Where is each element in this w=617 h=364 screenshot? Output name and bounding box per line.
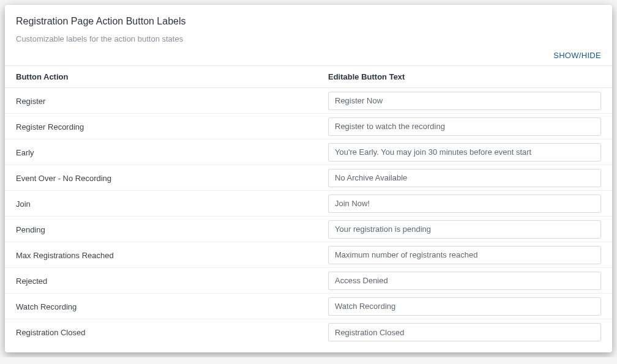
action-label: Register Recording — [16, 122, 84, 132]
button-text-input[interactable] — [328, 195, 601, 213]
table-row: Rejected — [5, 268, 612, 294]
table-row: Event Over - No Recording — [5, 165, 612, 191]
action-cell: Early — [16, 147, 328, 158]
action-cell: Watch Recording — [16, 301, 328, 312]
action-label: Watch Recording — [16, 302, 77, 311]
action-label: Register — [16, 97, 45, 106]
text-cell — [328, 169, 601, 187]
table-row: Early — [5, 139, 612, 165]
text-cell — [328, 143, 601, 162]
button-text-input[interactable] — [328, 169, 601, 187]
text-cell — [328, 323, 601, 341]
action-cell: Register Recording — [16, 121, 328, 132]
action-label: Max Registrations Reached — [16, 251, 114, 260]
table-row: Join — [5, 191, 612, 217]
text-cell — [328, 272, 601, 290]
button-text-input[interactable] — [328, 143, 601, 162]
action-cell: Join — [16, 198, 328, 209]
action-label: Pending — [16, 225, 45, 234]
action-cell: Event Over - No Recording — [16, 173, 328, 184]
table-row: Watch Recording — [5, 294, 612, 319]
text-cell — [328, 92, 601, 110]
button-text-input[interactable] — [328, 220, 601, 239]
showhide-row: SHOW/HIDE — [5, 48, 612, 65]
action-cell: Pending — [16, 224, 328, 235]
card-subtitle: Customizable labels for the action butto… — [5, 33, 612, 48]
action-label: Event Over - No Recording — [16, 174, 111, 183]
action-cell: Register — [16, 95, 328, 106]
settings-card: Registration Page Action Button Labels C… — [5, 5, 612, 352]
table-row: Max Registrations Reached — [5, 242, 612, 268]
table-row: Register Recording — [5, 114, 612, 139]
text-cell — [328, 297, 601, 316]
text-cell — [328, 117, 601, 136]
action-cell: Max Registrations Reached — [16, 250, 328, 261]
button-text-input[interactable] — [328, 246, 601, 264]
header-editable-text: Editable Button Text — [328, 72, 601, 81]
action-label: Registration Closed — [16, 328, 85, 337]
button-text-input[interactable] — [328, 297, 601, 316]
text-cell — [328, 195, 601, 213]
table-header-row: Button Action Editable Button Text — [5, 65, 612, 88]
table-row: Pending — [5, 217, 612, 242]
table-body: RegisterRegister RecordingEarlyEvent Ove… — [5, 88, 612, 345]
action-cell: Registration Closed — [16, 327, 328, 338]
table-row: Registration Closed — [5, 319, 612, 345]
action-cell: Rejected — [16, 275, 328, 286]
button-text-input[interactable] — [328, 272, 601, 290]
button-text-input[interactable] — [328, 92, 601, 110]
button-text-input[interactable] — [328, 323, 601, 341]
card-title: Registration Page Action Button Labels — [5, 16, 612, 33]
action-label: Rejected — [16, 277, 47, 286]
text-cell — [328, 246, 601, 264]
button-text-input[interactable] — [328, 117, 601, 136]
show-hide-toggle[interactable]: SHOW/HIDE — [553, 51, 601, 60]
text-cell — [328, 220, 601, 239]
action-label: Join — [16, 199, 31, 209]
table-row: Register — [5, 88, 612, 114]
action-label: Early — [16, 148, 34, 157]
header-button-action: Button Action — [16, 72, 328, 81]
